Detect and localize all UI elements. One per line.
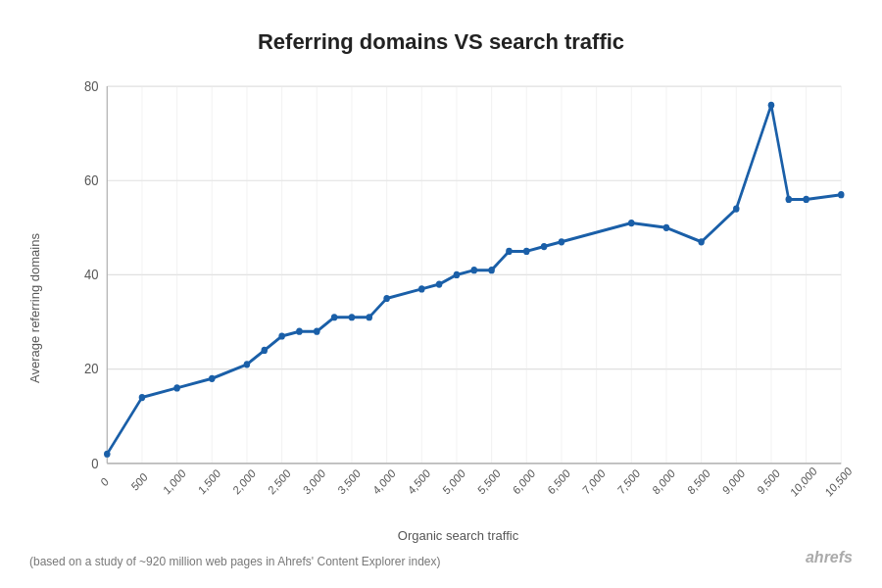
chart-title: Referring domains VS search traffic (258, 29, 624, 55)
svg-point-83 (786, 196, 793, 203)
svg-text:7,500: 7,500 (615, 466, 642, 496)
svg-text:4,500: 4,500 (406, 466, 432, 496)
page: Referring domains VS search traffic Aver… (0, 0, 882, 588)
svg-text:6,500: 6,500 (546, 466, 572, 496)
svg-text:8,500: 8,500 (685, 466, 711, 496)
svg-point-64 (314, 328, 320, 335)
svg-point-57 (139, 394, 146, 401)
svg-text:0: 0 (91, 456, 99, 471)
svg-point-82 (768, 102, 775, 109)
svg-point-67 (367, 314, 373, 320)
svg-text:10,500: 10,500 (823, 465, 854, 499)
svg-point-61 (262, 347, 269, 354)
svg-text:1,000: 1,000 (161, 466, 187, 496)
svg-point-72 (471, 267, 478, 273)
svg-point-84 (803, 196, 809, 203)
svg-point-74 (506, 248, 513, 255)
svg-point-78 (628, 220, 635, 226)
svg-point-85 (838, 191, 845, 198)
svg-text:20: 20 (84, 362, 99, 377)
footer-row: (based on a study of ~920 million web pa… (20, 547, 862, 568)
svg-point-79 (663, 224, 670, 231)
chart-inner: 02040608005001,0001,5002,0002,5003,0003,… (54, 74, 862, 543)
svg-point-65 (331, 314, 338, 320)
svg-point-68 (383, 295, 390, 302)
svg-text:9,000: 9,000 (720, 466, 747, 496)
svg-point-69 (418, 285, 425, 292)
svg-text:60: 60 (84, 172, 99, 188)
chart-plot: 02040608005001,0001,5002,0002,5003,0003,… (54, 74, 862, 522)
svg-text:500: 500 (129, 470, 150, 493)
chart-area: Average referring domains 02040608005001… (20, 74, 862, 543)
svg-point-73 (488, 267, 495, 273)
svg-text:80: 80 (84, 78, 99, 94)
svg-point-56 (104, 451, 111, 458)
svg-text:9,500: 9,500 (756, 466, 782, 496)
svg-text:2,500: 2,500 (266, 466, 292, 496)
svg-point-60 (244, 361, 251, 368)
svg-point-81 (733, 205, 740, 212)
ahrefs-logo: ahrefs (806, 549, 853, 566)
svg-text:2,000: 2,000 (231, 466, 258, 496)
svg-point-63 (296, 328, 303, 335)
svg-point-70 (436, 280, 443, 287)
svg-text:5,000: 5,000 (441, 466, 467, 496)
y-axis-label: Average referring domains (20, 74, 49, 543)
svg-text:40: 40 (84, 268, 99, 283)
svg-text:6,000: 6,000 (511, 466, 537, 496)
svg-point-59 (209, 375, 216, 382)
svg-point-80 (698, 238, 705, 245)
footer-note: (based on a study of ~920 million web pa… (29, 555, 441, 568)
svg-point-76 (541, 243, 548, 250)
svg-point-71 (454, 271, 461, 278)
svg-point-77 (559, 238, 565, 245)
svg-point-75 (523, 248, 530, 255)
svg-point-58 (173, 384, 180, 391)
svg-text:10,000: 10,000 (788, 465, 818, 499)
x-axis-label: Organic search traffic (54, 528, 862, 543)
svg-point-66 (349, 314, 356, 320)
svg-text:8,000: 8,000 (651, 466, 677, 496)
svg-text:4,000: 4,000 (370, 466, 397, 496)
svg-text:7,000: 7,000 (580, 466, 607, 496)
svg-point-62 (278, 332, 285, 339)
svg-text:3,500: 3,500 (336, 466, 363, 496)
svg-text:0: 0 (98, 475, 110, 489)
svg-text:5,500: 5,500 (475, 466, 502, 496)
svg-text:1,500: 1,500 (196, 466, 222, 496)
chart-svg: 02040608005001,0001,5002,0002,5003,0003,… (54, 74, 862, 522)
svg-text:3,000: 3,000 (301, 466, 327, 496)
